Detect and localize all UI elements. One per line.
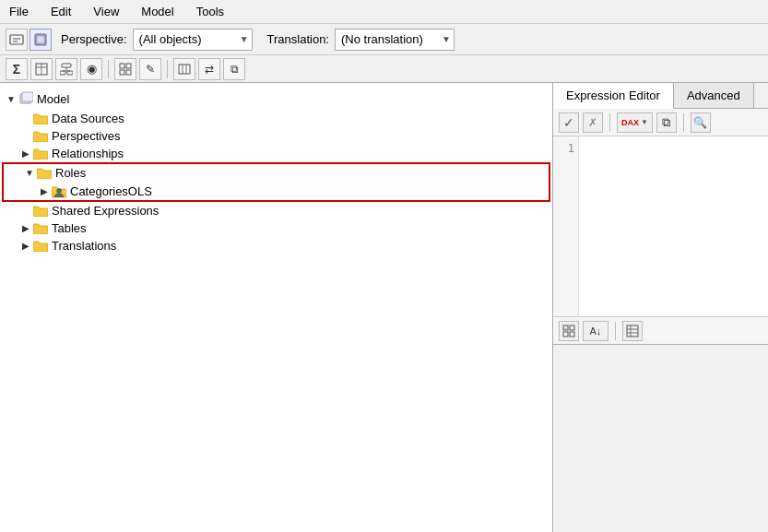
svg-rect-14	[126, 70, 131, 75]
menu-bar: File Edit View Model Tools	[0, 0, 768, 24]
dax-dropdown-icon: ▼	[641, 118, 648, 126]
tree-item-model[interactable]: ▼ Model	[0, 89, 552, 110]
toolbar-table-btn[interactable]	[30, 58, 53, 80]
tree-item-roles[interactable]: ▼ Roles	[4, 164, 549, 182]
translations-expand-icon[interactable]: ▶	[18, 241, 33, 251]
toolbar-btn-model[interactable]	[30, 29, 52, 51]
toolbar-hierarchy-btn[interactable]	[55, 58, 77, 80]
tree-data-sources-label: Data Sources	[52, 112, 124, 125]
perspectives-folder-icon	[33, 130, 48, 142]
svg-rect-2	[37, 36, 44, 43]
toolbar-grid-btn[interactable]	[114, 58, 136, 80]
right-panel: Expression Editor Advanced ✓ ✗ DAX ▼ ⧉ 🔍…	[553, 83, 768, 532]
translation-select-wrapper: (No translation) ▼	[335, 29, 455, 51]
svg-rect-13	[120, 70, 124, 75]
perspective-select-wrapper: (All objects) ▼	[133, 29, 253, 51]
svg-rect-23	[563, 332, 568, 337]
roles-folder-icon	[37, 167, 52, 179]
tab-expression-editor[interactable]: Expression Editor	[553, 83, 674, 109]
svg-rect-0	[10, 35, 23, 44]
toolbar-sep-1	[108, 60, 109, 78]
menu-model[interactable]: Model	[137, 3, 177, 20]
right-panel-tabs: Expression Editor Advanced	[553, 83, 768, 109]
bottom-sort-btn[interactable]: A↓	[583, 321, 608, 341]
svg-rect-19	[22, 92, 33, 101]
expr-sep-2	[683, 113, 684, 132]
svg-rect-7	[60, 71, 65, 75]
toolbar-sep-2	[167, 60, 168, 78]
svg-rect-26	[627, 325, 638, 337]
tree-relationships-label: Relationships	[52, 147, 124, 160]
svg-rect-15	[179, 65, 190, 74]
bottom-sep-1	[615, 322, 616, 340]
menu-edit[interactable]: Edit	[47, 3, 75, 20]
perspective-label: Perspective:	[61, 32, 127, 46]
toolbar-transfer-btn[interactable]: ⇄	[198, 58, 220, 80]
tree-item-perspectives[interactable]: Perspectives	[0, 127, 552, 145]
tree-shared-expressions-label: Shared Expressions	[52, 204, 159, 218]
translation-label: Translation:	[267, 32, 329, 46]
tree-model-label: Model	[37, 92, 69, 106]
menu-tools[interactable]: Tools	[193, 3, 228, 20]
left-panel: ▼ Model Data Sources	[0, 83, 553, 532]
model-expand-icon[interactable]: ▼	[4, 94, 18, 104]
svg-rect-22	[570, 325, 574, 330]
relationships-folder-icon	[33, 148, 48, 160]
bottom-grid-btn[interactable]: +	[559, 321, 579, 341]
toolbar-edit-btn[interactable]: ✎	[139, 58, 161, 80]
tree-item-data-sources[interactable]: Data Sources	[0, 110, 552, 127]
translation-select[interactable]: (No translation)	[335, 29, 455, 51]
expression-editor-toolbar: ✓ ✗ DAX ▼ ⧉ 🔍	[553, 109, 768, 136]
expr-copy-btn[interactable]: ⧉	[656, 112, 677, 133]
expression-bottom-toolbar: + A↓	[553, 316, 768, 344]
svg-point-20	[57, 189, 62, 194]
tree-item-translations[interactable]: ▶ Translations	[0, 237, 552, 254]
expr-cross-btn[interactable]: ✗	[583, 112, 603, 133]
expr-sep-1	[609, 113, 610, 132]
translations-folder-icon	[33, 240, 48, 252]
menu-file[interactable]: File	[6, 3, 32, 20]
line-numbers: 1	[553, 136, 579, 316]
categories-ols-person-icon	[52, 183, 66, 198]
toolbar-btn-1[interactable]	[6, 29, 28, 51]
toolbar-row2: Σ ◉ ✎ ⇄ ⧉	[0, 55, 768, 83]
data-sources-folder-icon	[33, 112, 48, 124]
relationships-expand-icon[interactable]: ▶	[18, 148, 33, 159]
bottom-table-btn[interactable]	[622, 321, 643, 341]
tree-item-relationships[interactable]: ▶ Relationships	[0, 145, 552, 162]
tab-advanced[interactable]: Advanced	[674, 83, 754, 108]
sort-icon: A↓	[590, 325, 602, 337]
svg-rect-8	[67, 71, 73, 75]
bottom-status-bar	[553, 344, 768, 532]
svg-rect-24	[570, 332, 574, 337]
tree-perspectives-label: Perspectives	[52, 129, 120, 143]
main-area: ▼ Model Data Sources	[0, 83, 768, 532]
tables-folder-icon	[33, 222, 48, 234]
tree-item-tables[interactable]: ▶ Tables	[0, 219, 552, 237]
expr-search-btn[interactable]: 🔍	[691, 112, 711, 133]
roles-expand-icon[interactable]: ▼	[22, 168, 37, 178]
toolbar-row1: Perspective: (All objects) ▼ Translation…	[0, 24, 768, 55]
toolbar-columns-btn[interactable]	[173, 58, 195, 80]
tree-item-shared-expressions[interactable]: Shared Expressions	[0, 202, 552, 219]
toolbar-sigma-btn[interactable]: Σ	[6, 58, 28, 80]
expression-editor-area[interactable]: 1	[553, 136, 768, 316]
toolbar-copy-btn[interactable]: ⧉	[223, 58, 245, 80]
categories-ols-expand-icon[interactable]: ▶	[37, 186, 52, 196]
perspective-select[interactable]: (All objects)	[133, 29, 253, 51]
dax-label: DAX	[621, 118, 639, 127]
tree-item-categories-ols[interactable]: ▶ CategoriesOLS	[4, 182, 549, 200]
line-number-1: 1	[568, 142, 574, 155]
menu-view[interactable]: View	[89, 3, 123, 20]
toolbar-circle-btn[interactable]: ◉	[80, 58, 102, 80]
expr-dax-btn[interactable]: DAX ▼	[617, 112, 653, 133]
tables-expand-icon[interactable]: ▶	[18, 223, 33, 233]
model-cube-icon	[18, 90, 33, 108]
tree-translations-label: Translations	[52, 239, 116, 253]
svg-text:+: +	[564, 325, 567, 330]
roles-highlight-box: ▼ Roles ▶	[2, 162, 550, 202]
svg-rect-6	[62, 64, 71, 67]
tree-roles-label: Roles	[55, 166, 86, 180]
svg-rect-12	[126, 64, 131, 68]
expr-check-btn[interactable]: ✓	[559, 112, 579, 133]
